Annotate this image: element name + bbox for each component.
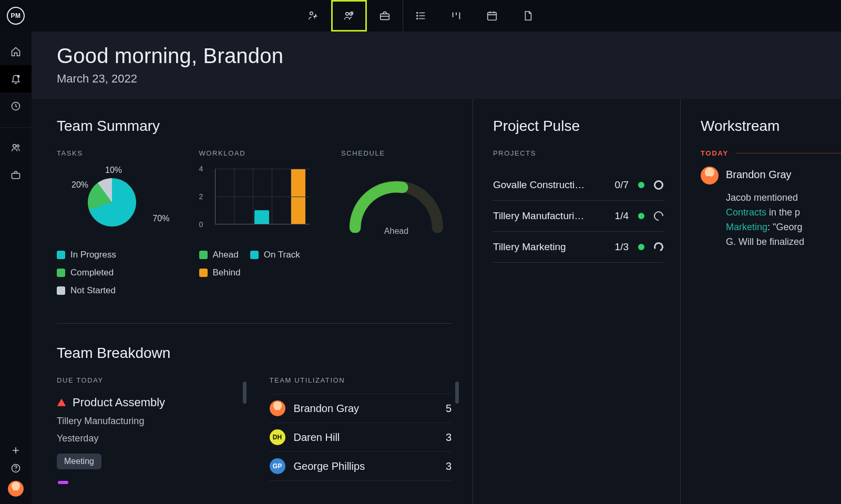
- sidebar-home[interactable]: [0, 38, 32, 65]
- sidebar-bottom: [0, 445, 32, 497]
- topnav-pulse[interactable]: [295, 0, 331, 32]
- due-scroll-thumb[interactable]: [243, 382, 247, 404]
- team-summary-title: Team Summary: [57, 118, 452, 135]
- svg-rect-7: [488, 13, 497, 20]
- util-row[interactable]: GP George Phillips 3: [270, 452, 452, 481]
- topbar: PM: [0, 0, 841, 32]
- pulse-person-icon: [307, 10, 319, 22]
- ytick-2: 2: [199, 192, 203, 201]
- column-team: Team Summary TASKS 70% 20% 10% In Progre…: [32, 99, 473, 504]
- due-item-subtitle: Tillery Manufacturing: [57, 416, 239, 427]
- workstream-body: Jacob mentioned Contracts in the p Marke…: [726, 191, 841, 250]
- workload-bars: 4 2 0: [199, 169, 310, 236]
- team-breakdown-title: Team Breakdown: [57, 345, 452, 362]
- sidebar-avatar[interactable]: [8, 481, 24, 497]
- topnav-list[interactable]: [403, 0, 438, 32]
- schedule-gauge: Ahead: [345, 176, 448, 239]
- bars-yaxis: 4 2 0: [199, 169, 215, 224]
- due-item-purple-indicator: [58, 481, 68, 484]
- pulse-row[interactable]: Tillery Marketing 1/3: [493, 232, 663, 263]
- workstream-item[interactable]: Brandon Gray: [701, 167, 841, 184]
- swatch-green: [57, 269, 65, 277]
- util-initials: DH: [270, 429, 285, 445]
- team-breakdown: DUE TODAY Product Assembly Tillery Manuf…: [57, 376, 452, 486]
- due-item-when: Yesterday: [57, 433, 239, 444]
- ws-link-marketing[interactable]: Marketing: [726, 222, 767, 232]
- topnav-doc[interactable]: [510, 0, 546, 32]
- tasks-legend: In Progress Completed Not Started: [57, 250, 168, 296]
- pulse-score: 0/7: [608, 179, 629, 191]
- util-list: Brandon Gray 5 DH Daren Hill 3 GP George…: [270, 394, 452, 481]
- ws-text: : "Georg: [767, 222, 802, 232]
- pulse-score: 1/4: [608, 210, 629, 222]
- workload-legend: Ahead On Track Behind: [199, 250, 310, 278]
- swatch-behind: [199, 269, 208, 277]
- column-workstream: Workstream TODAY Brandon Gray Jacob ment…: [681, 99, 841, 504]
- legend-ontrack-label: On Track: [264, 250, 300, 260]
- ws-text: G. Will be finalized: [726, 236, 804, 247]
- due-item-title-row: Product Assembly: [57, 396, 239, 409]
- svg-point-8: [17, 75, 20, 78]
- topnav-calendar[interactable]: [474, 0, 510, 32]
- sidebar-add[interactable]: [0, 445, 32, 456]
- pulse-row[interactable]: Tillery Manufacturi… 1/4: [493, 201, 663, 232]
- legend-inprogress-label: In Progress: [70, 250, 116, 260]
- sidebar-help[interactable]: [0, 463, 32, 474]
- due-today-block: DUE TODAY Product Assembly Tillery Manuf…: [57, 376, 239, 486]
- sidebar-notifications[interactable]: [0, 65, 32, 92]
- bar-ontrack: [254, 210, 269, 224]
- sidebar-recent[interactable]: [0, 92, 32, 120]
- ws-link-contracts[interactable]: Contracts: [726, 207, 766, 218]
- sidebar-projects[interactable]: [0, 161, 32, 189]
- document-icon: [522, 10, 534, 22]
- ytick-0: 0: [199, 220, 203, 229]
- people-icon: [11, 142, 21, 153]
- svg-point-1: [346, 13, 349, 15]
- pie-label-20: 20%: [71, 180, 88, 190]
- progress-ring: [652, 209, 665, 222]
- pie-label-10: 10%: [105, 166, 122, 175]
- util-row[interactable]: DH Daren Hill 3: [270, 423, 452, 452]
- progress-ring: [654, 180, 663, 190]
- topnav-briefcase[interactable]: [367, 0, 403, 32]
- schedule-block: SCHEDULE Ahead: [341, 149, 452, 296]
- pulse-row[interactable]: Govalle Constructi… 0/7: [493, 170, 663, 201]
- util-name: Daren Hill: [294, 431, 437, 444]
- svg-point-11: [17, 145, 19, 147]
- list-icon: [415, 10, 427, 22]
- ws-text: in the p: [766, 207, 800, 218]
- team-summary: TASKS 70% 20% 10% In Progress Completed …: [57, 149, 452, 296]
- due-item-chip[interactable]: Meeting: [57, 454, 101, 469]
- swatch-ontrack: [250, 251, 259, 259]
- workstream-avatar: [701, 167, 719, 184]
- pie-label-70: 70%: [152, 214, 169, 223]
- plus-icon: [11, 445, 21, 456]
- legend-completed-label: Completed: [70, 268, 114, 278]
- pulse-list: Govalle Constructi… 0/7 Tillery Manufact…: [493, 170, 663, 263]
- due-item[interactable]: Product Assembly Tillery Manufacturing Y…: [57, 396, 239, 486]
- topnav-team[interactable]: [331, 0, 367, 32]
- tasks-pie-wrap: 70% 20% 10%: [57, 169, 168, 236]
- svg-point-10: [13, 145, 16, 148]
- svg-point-4: [416, 13, 417, 14]
- sidebar-people[interactable]: [0, 134, 32, 161]
- util-row[interactable]: Brandon Gray 5: [270, 394, 452, 423]
- legend-behind: Behind: [199, 268, 241, 278]
- page-date: March 23, 2022: [57, 72, 820, 86]
- util-avatar: [270, 400, 285, 416]
- topnav-board[interactable]: [438, 0, 474, 32]
- team-util-block: TEAM UTILIZATION Brandon Gray 5 DH Daren…: [270, 376, 452, 486]
- util-scroll-thumb[interactable]: [455, 382, 459, 404]
- pulse-name: Govalle Constructi…: [493, 179, 598, 191]
- app-logo[interactable]: PM: [0, 0, 32, 32]
- swatch-cyan: [57, 251, 65, 259]
- status-dot-green: [638, 213, 644, 219]
- tasks-block: TASKS 70% 20% 10% In Progress Completed …: [57, 149, 168, 296]
- board-icon: [450, 10, 462, 22]
- help-icon: [11, 463, 21, 474]
- projects-label: PROJECTS: [493, 149, 663, 157]
- swatch-gray: [57, 286, 65, 295]
- workstream-today-label: TODAY: [701, 149, 729, 157]
- legend-ahead-label: Ahead: [213, 250, 239, 260]
- gauge-status: Ahead: [384, 227, 408, 236]
